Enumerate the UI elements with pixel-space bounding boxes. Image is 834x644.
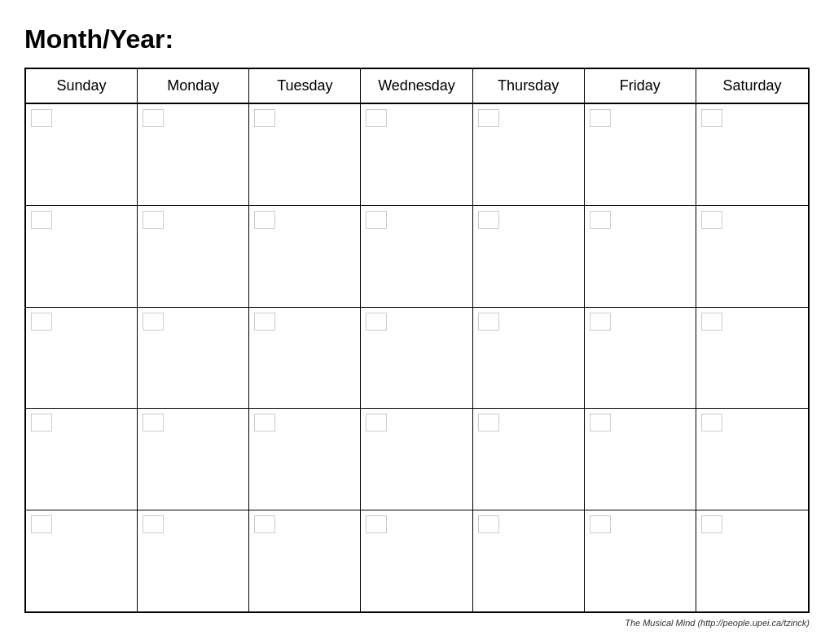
date-number-box [254, 109, 275, 127]
calendar-row [26, 308, 808, 410]
day-cell[interactable] [26, 510, 138, 611]
date-number-box [590, 211, 611, 229]
day-cell[interactable] [26, 206, 138, 307]
day-cell[interactable] [138, 308, 249, 409]
day-cell[interactable] [249, 510, 361, 611]
calendar-row [26, 104, 808, 206]
page-title: Month/Year: [24, 24, 810, 55]
day-header-sunday: Sunday [26, 69, 138, 103]
date-number-box [478, 313, 499, 331]
date-number-box [478, 109, 499, 127]
day-header-friday: Friday [585, 69, 696, 103]
date-number-box [143, 414, 164, 432]
date-number-box [478, 211, 499, 229]
date-number-box [366, 313, 387, 331]
date-number-box [31, 414, 52, 432]
calendar-row [26, 409, 808, 510]
date-number-box [143, 515, 164, 533]
date-number-box [31, 109, 52, 127]
day-header-monday: Monday [138, 69, 249, 103]
day-cell[interactable] [585, 510, 696, 611]
date-number-box [254, 515, 275, 533]
day-cell[interactable] [696, 104, 808, 205]
date-number-box [143, 211, 164, 229]
day-cell[interactable] [696, 510, 808, 611]
day-header-saturday: Saturday [696, 69, 808, 103]
date-number-box [701, 414, 722, 432]
calendar-row [26, 510, 808, 611]
day-cell[interactable] [696, 308, 808, 409]
date-number-box [254, 313, 275, 331]
date-number-box [31, 515, 52, 533]
day-cell[interactable] [585, 308, 696, 409]
footer-credit: The Musical Mind (http://people.upei.ca/… [24, 613, 810, 628]
day-cell[interactable] [473, 409, 585, 510]
day-cell[interactable] [473, 104, 585, 205]
date-number-box [701, 211, 722, 229]
day-cell[interactable] [696, 206, 808, 307]
day-cell[interactable] [585, 104, 696, 205]
date-number-box [701, 313, 722, 331]
day-cell[interactable] [361, 409, 472, 510]
date-number-box [701, 515, 722, 533]
date-number-box [143, 313, 164, 331]
date-number-box [254, 211, 275, 229]
day-cell[interactable] [473, 510, 585, 611]
day-cell[interactable] [26, 308, 138, 409]
day-cell[interactable] [26, 104, 138, 205]
day-cell[interactable] [473, 308, 585, 409]
date-number-box [254, 414, 275, 432]
date-number-box [31, 313, 52, 331]
day-cell[interactable] [138, 409, 249, 510]
day-cell[interactable] [26, 409, 138, 510]
day-cell[interactable] [585, 409, 696, 510]
date-number-box [590, 515, 611, 533]
date-number-box [590, 109, 611, 127]
day-cell[interactable] [361, 104, 472, 205]
day-cell[interactable] [249, 409, 361, 510]
date-number-box [478, 515, 499, 533]
day-cell[interactable] [361, 206, 472, 307]
day-header-tuesday: Tuesday [249, 69, 361, 103]
day-cell[interactable] [696, 409, 808, 510]
day-cell[interactable] [138, 206, 249, 307]
calendar-body [26, 104, 808, 611]
date-number-box [366, 414, 387, 432]
date-number-box [478, 414, 499, 432]
day-cell[interactable] [361, 510, 472, 611]
date-number-box [366, 515, 387, 533]
date-number-box [143, 109, 164, 127]
date-number-box [590, 313, 611, 331]
date-number-box [31, 211, 52, 229]
day-header-wednesday: Wednesday [361, 69, 472, 103]
day-cell[interactable] [473, 206, 585, 307]
day-cell[interactable] [249, 206, 361, 307]
calendar-header: SundayMondayTuesdayWednesdayThursdayFrid… [26, 69, 808, 104]
date-number-box [366, 211, 387, 229]
day-cell[interactable] [249, 308, 361, 409]
calendar: SundayMondayTuesdayWednesdayThursdayFrid… [24, 68, 810, 613]
calendar-row [26, 206, 808, 308]
date-number-box [590, 414, 611, 432]
date-number-box [366, 109, 387, 127]
day-cell[interactable] [249, 104, 361, 205]
day-cell[interactable] [138, 510, 249, 611]
day-cell[interactable] [585, 206, 696, 307]
day-cell[interactable] [361, 308, 472, 409]
day-header-thursday: Thursday [473, 69, 585, 103]
date-number-box [701, 109, 722, 127]
day-cell[interactable] [138, 104, 249, 205]
